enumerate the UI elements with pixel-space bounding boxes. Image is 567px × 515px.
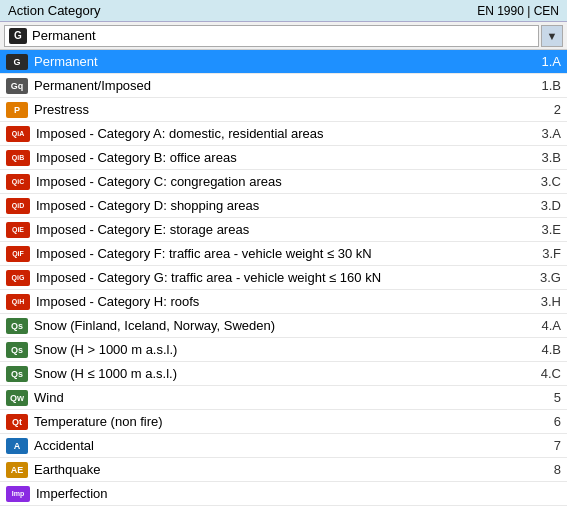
list-item[interactable]: QiGImposed - Category G: traffic area - … — [0, 266, 567, 290]
item-label: Earthquake — [34, 462, 531, 477]
item-label: Imposed - Category G: traffic area - veh… — [36, 270, 531, 285]
item-code: 6 — [531, 414, 561, 429]
item-label: Imposed - Category H: roofs — [36, 294, 531, 309]
item-label: Snow (H ≤ 1000 m a.s.l.) — [34, 366, 531, 381]
item-label: Permanent/Imposed — [34, 78, 531, 93]
list-item[interactable]: AAccidental7 — [0, 434, 567, 458]
list-item[interactable]: QiHImposed - Category H: roofs3.H — [0, 290, 567, 314]
list-item[interactable]: QiCImposed - Category C: congregation ar… — [0, 170, 567, 194]
list-item[interactable]: GPermanent1.A — [0, 50, 567, 74]
list-item[interactable]: PPrestress2 — [0, 98, 567, 122]
item-code: 3.C — [531, 174, 561, 189]
item-code: 4.A — [531, 318, 561, 333]
dropdown-row: G Permanent ▼ — [0, 22, 567, 50]
item-code: 4.C — [531, 366, 561, 381]
list-item[interactable]: ImpImperfection — [0, 482, 567, 506]
header-codes: EN 1990 | CEN — [477, 4, 559, 18]
item-label: Imposed - Category C: congregation areas — [36, 174, 531, 189]
list-item[interactable]: QwWind5 — [0, 386, 567, 410]
item-code: 3.G — [531, 270, 561, 285]
item-label: Wind — [34, 390, 531, 405]
item-code: 8 — [531, 462, 561, 477]
list-item[interactable]: QiAImposed - Category A: domestic, resid… — [0, 122, 567, 146]
page-title: Action Category — [8, 3, 101, 18]
item-code: 3.F — [531, 246, 561, 261]
list-item[interactable]: AEEarthquake8 — [0, 458, 567, 482]
list-item[interactable]: QiEImposed - Category E: storage areas3.… — [0, 218, 567, 242]
dropdown-select[interactable]: G Permanent — [4, 25, 539, 47]
item-label: Prestress — [34, 102, 531, 117]
item-code: 3.A — [531, 126, 561, 141]
item-code: 3.H — [531, 294, 561, 309]
item-code: 3.E — [531, 222, 561, 237]
item-label: Imposed - Category E: storage areas — [36, 222, 531, 237]
dropdown-arrow-button[interactable]: ▼ — [541, 25, 563, 47]
item-label: Snow (H > 1000 m a.s.l.) — [34, 342, 531, 357]
item-code: 2 — [531, 102, 561, 117]
item-label: Imposed - Category A: domestic, resident… — [36, 126, 531, 141]
list-item[interactable]: QtTemperature (non fire)6 — [0, 410, 567, 434]
item-code: 1.A — [531, 54, 561, 69]
dropdown-badge: G — [9, 28, 27, 44]
item-code: 3.D — [531, 198, 561, 213]
item-code: 1.B — [531, 78, 561, 93]
item-label: Permanent — [34, 54, 531, 69]
list-item[interactable]: GqPermanent/Imposed1.B — [0, 74, 567, 98]
item-code: 7 — [531, 438, 561, 453]
item-label: Imperfection — [36, 486, 531, 501]
list-item[interactable]: QiFImposed - Category F: traffic area - … — [0, 242, 567, 266]
list-item[interactable]: QsSnow (H ≤ 1000 m a.s.l.)4.C — [0, 362, 567, 386]
item-label: Snow (Finland, Iceland, Norway, Sweden) — [34, 318, 531, 333]
dropdown-label: Permanent — [32, 28, 96, 43]
list-item[interactable]: QiDImposed - Category D: shopping areas3… — [0, 194, 567, 218]
list-item[interactable]: QsSnow (Finland, Iceland, Norway, Sweden… — [0, 314, 567, 338]
item-label: Accidental — [34, 438, 531, 453]
item-code: 5 — [531, 390, 561, 405]
item-label: Temperature (non fire) — [34, 414, 531, 429]
action-category-list: GPermanent1.AGqPermanent/Imposed1.BPPres… — [0, 50, 567, 515]
list-item[interactable]: QiBImposed - Category B: office areas3.B — [0, 146, 567, 170]
item-label: Imposed - Category F: traffic area - veh… — [36, 246, 531, 261]
header-bar: Action Category EN 1990 | CEN — [0, 0, 567, 22]
item-code: 3.B — [531, 150, 561, 165]
item-code: 4.B — [531, 342, 561, 357]
item-label: Imposed - Category D: shopping areas — [36, 198, 531, 213]
item-label: Imposed - Category B: office areas — [36, 150, 531, 165]
list-item[interactable]: QsSnow (H > 1000 m a.s.l.)4.B — [0, 338, 567, 362]
